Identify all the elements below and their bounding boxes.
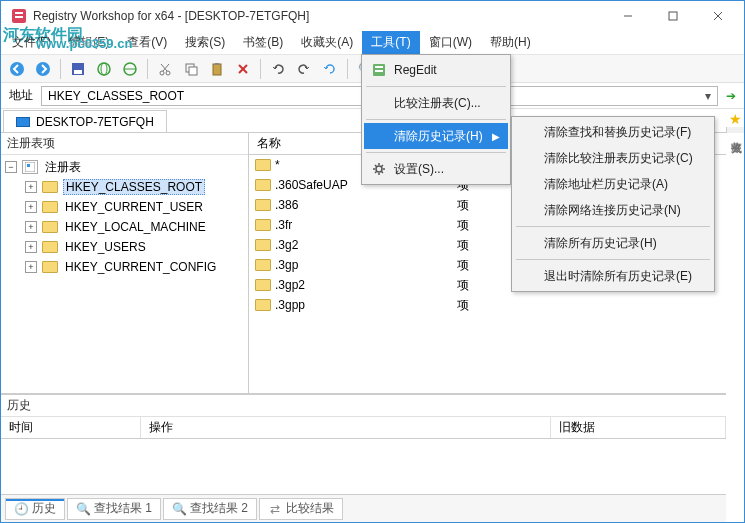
svg-point-12 [101,63,107,75]
tab-find-1[interactable]: 🔍查找结果 1 [67,498,161,520]
separator [60,59,61,79]
chevron-down-icon[interactable]: ▾ [705,89,711,103]
folder-icon [255,299,271,311]
menu-view[interactable]: 查看(V) [118,31,176,54]
delete-button[interactable] [231,57,255,81]
folder-icon [42,221,58,233]
svg-line-46 [375,165,377,167]
col-old-data[interactable]: 旧数据 [551,417,726,438]
col-operation[interactable]: 操作 [141,417,551,438]
favorites-label: 收藏夹 [726,127,744,133]
redo-button[interactable] [292,57,316,81]
tab-find-2[interactable]: 🔍查找结果 2 [163,498,257,520]
menu-clear-all-history[interactable]: 清除所有历史记录(H) [514,230,712,256]
refresh-button[interactable] [318,57,342,81]
item-name: .386 [275,198,298,212]
nav-back-button[interactable] [5,57,29,81]
menu-clear-on-exit[interactable]: 退出时清除所有历史记录(E) [514,263,712,289]
history-icon: 🕘 [14,502,28,516]
item-label: 比较注册表(C)... [394,95,481,112]
svg-point-7 [10,62,24,76]
svg-rect-1 [15,12,23,14]
menu-bookmarks[interactable]: 书签(B) [234,31,292,54]
paste-button[interactable] [205,57,229,81]
menu-regedit[interactable]: RegEdit [364,57,508,83]
history-header: 历史 [1,395,726,417]
item-label: 清除网络连接历史记录(N) [544,202,681,219]
history-pane: 历史 时间 操作 旧数据 [1,394,726,494]
menu-clear-search-history[interactable]: 清除查找和替换历史记录(F) [514,119,712,145]
computer-tab[interactable]: DESKTOP-7ETGFQH [3,110,167,132]
clear-history-submenu: 清除查找和替换历史记录(F) 清除比较注册表历史记录(C) 清除地址栏历史记录(… [511,116,715,292]
tree-key[interactable]: +HKEY_CURRENT_USER [1,197,248,217]
tree-header: 注册表项 [1,133,248,155]
menu-favorites[interactable]: 收藏夹(A) [292,31,362,54]
collapse-icon[interactable]: − [5,161,17,173]
tree-body[interactable]: − 注册表 +HKEY_CLASSES_ROOT +HKEY_CURRENT_U… [1,155,248,393]
undo-button[interactable] [266,57,290,81]
menu-clear-address-history[interactable]: 清除地址栏历史记录(A) [514,171,712,197]
address-go-button[interactable]: ➔ [722,87,740,105]
menu-edit[interactable]: 编辑(E) [60,31,118,54]
menu-help[interactable]: 帮助(H) [481,31,540,54]
separator [516,259,710,260]
copy-button[interactable] [179,57,203,81]
save-button[interactable] [66,57,90,81]
menu-clear-network-history[interactable]: 清除网络连接历史记录(N) [514,197,712,223]
svg-rect-20 [189,67,197,75]
close-button[interactable] [695,2,740,30]
app-icon [11,8,27,24]
menu-file[interactable]: 文件(F) [3,31,60,54]
folder-icon [255,239,271,251]
tab-history[interactable]: 🕘历史 [5,498,65,520]
svg-point-11 [98,63,110,75]
separator [147,59,148,79]
cut-button[interactable] [153,57,177,81]
menu-clear-history[interactable]: 清除历史记录(H) ▶ [364,123,508,149]
history-body[interactable] [1,439,726,494]
menu-compare-registry[interactable]: 比较注册表(C)... [364,90,508,116]
item-name: .360SafeUAP [275,178,348,192]
tab-compare[interactable]: ⇄比较结果 [259,498,343,520]
tree-key-label: HKEY_LOCAL_MACHINE [63,220,208,234]
nav-forward-button[interactable] [31,57,55,81]
tree-key-label: HKEY_CLASSES_ROOT [63,179,205,195]
menu-search[interactable]: 搜索(S) [176,31,234,54]
favorites-sidebar[interactable]: ★ 收藏夹 [726,109,744,522]
item-name: .3gp [275,258,298,272]
tree-key[interactable]: +HKEY_CURRENT_CONFIG [1,257,248,277]
tools-dropdown: RegEdit 比较注册表(C)... 清除历史记录(H) ▶ 设置(S)... [361,54,511,185]
folder-icon [255,179,271,191]
tree-key[interactable]: +HKEY_LOCAL_MACHINE [1,217,248,237]
item-name: * [275,158,280,172]
tab-label: 查找结果 1 [94,500,152,517]
connect-button[interactable] [92,57,116,81]
svg-point-8 [36,62,50,76]
menu-clear-compare-history[interactable]: 清除比较注册表历史记录(C) [514,145,712,171]
maximize-button[interactable] [650,2,695,30]
connect2-button[interactable] [118,57,142,81]
svg-rect-37 [27,164,30,167]
expand-icon[interactable]: + [25,181,37,193]
expand-icon[interactable]: + [25,261,37,273]
menu-tools[interactable]: 工具(T) [362,31,419,54]
address-value: HKEY_CLASSES_ROOT [48,89,184,103]
minimize-button[interactable] [605,2,650,30]
separator [366,86,506,87]
folder-icon [255,199,271,211]
tree-root[interactable]: − 注册表 [1,157,248,177]
expand-icon[interactable]: + [25,241,37,253]
tab-label: 历史 [32,500,56,517]
item-label: 设置(S)... [394,161,444,178]
menubar: 河东软件园 文件(F) 编辑(E) 查看(V) 搜索(S) 书签(B) 收藏夹(… [1,31,744,55]
expand-icon[interactable]: + [25,221,37,233]
list-item[interactable]: .3gpp项 [249,295,726,315]
col-time[interactable]: 时间 [1,417,141,438]
menu-window[interactable]: 窗口(W) [420,31,481,54]
menu-settings[interactable]: 设置(S)... [364,156,508,182]
tree-key[interactable]: +HKEY_CLASSES_ROOT [1,177,248,197]
expand-icon[interactable]: + [25,201,37,213]
address-label: 地址 [5,87,37,104]
tree-key[interactable]: +HKEY_USERS [1,237,248,257]
item-label: 清除地址栏历史记录(A) [544,176,668,193]
